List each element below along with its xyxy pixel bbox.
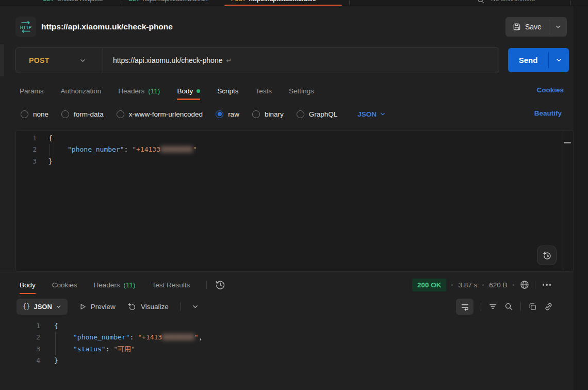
line-number: 3 — [15, 344, 40, 355]
radio-raw[interactable]: raw — [216, 110, 239, 118]
code-token: { — [54, 320, 58, 332]
save-options-button[interactable] — [549, 17, 567, 37]
search-icon[interactable] — [477, 0, 485, 4]
code-token: } — [48, 156, 53, 167]
url-input[interactable]: https://api.xiaomu.uk/check-phone ↵ — [113, 56, 499, 64]
response-toolbar: {} JSON Preview Visualiz — [0, 298, 574, 315]
tab-response-headers[interactable]: Headers(11) — [94, 275, 136, 294]
code-token: , — [199, 333, 203, 341]
chevron-down-icon[interactable] — [192, 303, 199, 310]
send-button[interactable]: Send — [508, 48, 548, 72]
response-status-row: 200 OK 3.87 s 620 B — [412, 277, 553, 293]
globe-icon[interactable] — [519, 280, 530, 290]
body-type-row: none form-data x-www-form-urlencoded raw… — [0, 105, 573, 123]
tab-authorization[interactable]: Authorization — [61, 82, 102, 100]
tab-settings[interactable]: Settings — [289, 82, 314, 100]
indent-guide — [55, 332, 56, 343]
method-badge: GET — [128, 0, 139, 2]
tab-title: https://api.xiaomu.uk/ch — [142, 0, 207, 3]
tab-headers[interactable]: Headers(11) — [118, 82, 160, 100]
environment-selector[interactable]: No environment — [491, 0, 535, 6]
method-badge: GET — [43, 0, 54, 2]
code-token: : — [130, 333, 138, 341]
code-line: 2 "phone_number": "+141300000000", — [15, 332, 573, 343]
history-icon[interactable] — [215, 280, 226, 290]
response-size[interactable]: 620 B — [489, 281, 507, 289]
postbot-sparkle-icon — [542, 250, 552, 261]
indent-guide — [55, 344, 56, 355]
http-request-icon: HTTP — [15, 17, 36, 37]
response-time[interactable]: 3.87 s — [458, 281, 477, 289]
preview-label: Preview — [91, 303, 116, 311]
postbot-button[interactable] — [537, 246, 557, 265]
tab-body[interactable]: Body — [177, 82, 200, 100]
toolbar-divider — [520, 302, 521, 311]
tab-label: Tests — [255, 87, 272, 95]
response-format-dropdown[interactable]: {} JSON — [17, 299, 68, 315]
dot-separator — [482, 284, 484, 286]
visualize-button[interactable]: Visualize — [127, 302, 169, 312]
left-panel-edge — [0, 44, 4, 76]
json-value: " — [193, 145, 197, 153]
scrollbar-thumb[interactable] — [564, 142, 571, 143]
format-label: JSON — [34, 303, 52, 311]
tab-params[interactable]: Params — [20, 82, 44, 100]
redacted-value: 00000000 — [160, 145, 193, 153]
radio-graphql[interactable]: GraphQL — [297, 110, 338, 118]
line-number: 1 — [16, 133, 37, 144]
tab-label: Headers — [94, 281, 120, 289]
request-tab-2[interactable]: GEThttps://api.xiaomu.uk/ch — [128, 0, 208, 6]
more-options-icon[interactable] — [541, 282, 553, 288]
right-panel-edge — [574, 6, 588, 390]
svg-text:HTTP: HTTP — [20, 25, 32, 30]
editor-scrollbar[interactable] — [563, 131, 573, 271]
tab-label: Cookies — [52, 281, 77, 289]
send-options-button[interactable] — [549, 48, 569, 72]
tab-divider — [570, 1, 571, 5]
tab-label: Test Results — [152, 281, 190, 289]
tab-tests[interactable]: Tests — [255, 82, 272, 100]
radio-none[interactable]: none — [21, 110, 48, 118]
radio-label: binary — [265, 110, 284, 118]
toolbar-divider — [206, 281, 207, 289]
beautify-link[interactable]: Beautify — [534, 109, 562, 117]
cookies-link[interactable]: Cookies — [536, 86, 564, 94]
response-tabs: Body Cookies Headers(11) Test Results — [0, 275, 226, 294]
tab-test-results[interactable]: Test Results — [152, 275, 190, 294]
code-token: { — [48, 133, 53, 144]
code-line: 1 { — [15, 320, 573, 332]
filter-icon[interactable] — [488, 302, 497, 311]
request-tab-1[interactable]: GETUntitled Request — [43, 0, 103, 6]
code-line: 4 } — [15, 355, 573, 366]
search-icon[interactable] — [504, 302, 513, 311]
radio-label: none — [33, 110, 48, 118]
chevron-down-icon — [56, 304, 61, 310]
save-button[interactable]: Save — [505, 17, 549, 37]
json-key: "phone_number" — [73, 333, 130, 341]
method-dropdown[interactable]: POST — [16, 56, 103, 64]
request-body-editor[interactable]: 1 { 2 "phone_number": "+1413300000000" 3… — [15, 130, 574, 272]
response-body-code[interactable]: 1 { 2 "phone_number": "+141300000000", 3… — [15, 318, 573, 367]
radio-form-data[interactable]: form-data — [61, 110, 104, 118]
radio-label: x-www-form-urlencoded — [129, 110, 203, 118]
preview-button[interactable]: Preview — [79, 303, 116, 311]
send-split-button: Send — [508, 48, 569, 72]
status-badge[interactable]: 200 OK — [412, 279, 447, 291]
tab-response-cookies[interactable]: Cookies — [52, 275, 77, 294]
line-number: 3 — [16, 156, 37, 167]
radio-circle — [21, 110, 28, 118]
response-pane: Body Cookies Headers(11) Test Results 20… — [0, 272, 574, 390]
wrap-line-button[interactable] — [456, 299, 473, 315]
tab-response-body[interactable]: Body — [20, 275, 36, 294]
dot-separator — [451, 284, 453, 286]
radio-x-www-form-urlencoded[interactable]: x-www-form-urlencoded — [117, 110, 203, 118]
radio-binary[interactable]: binary — [252, 110, 284, 118]
copy-icon[interactable] — [528, 302, 537, 311]
visualize-label: Visualize — [141, 303, 169, 311]
link-icon[interactable] — [544, 302, 553, 311]
line-number: 1 — [15, 320, 40, 332]
tab-scripts[interactable]: Scripts — [217, 82, 238, 100]
body-format-dropdown[interactable]: JSON — [357, 110, 386, 118]
indent-guide — [50, 144, 50, 155]
play-icon — [79, 303, 87, 311]
